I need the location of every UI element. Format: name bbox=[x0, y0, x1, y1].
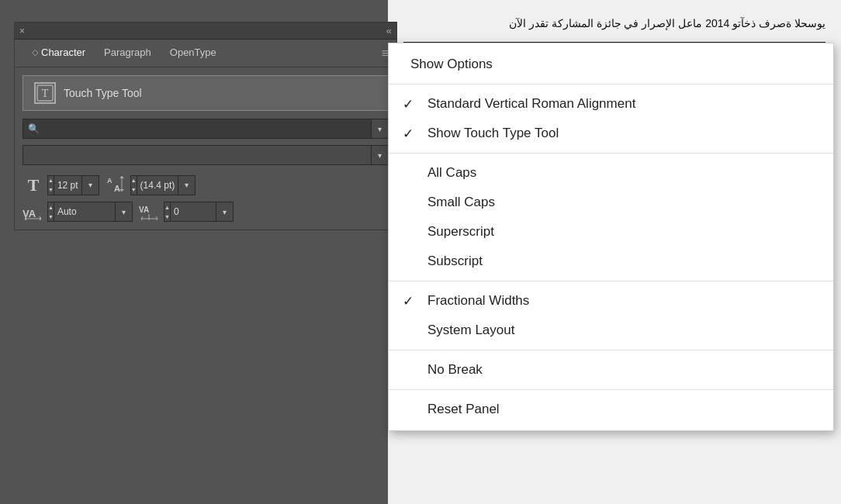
menu-item-no-break[interactable]: No Break bbox=[389, 355, 833, 385]
tracking-kerning-row: VA ▲ ▼ Auto ▾ bbox=[22, 202, 389, 222]
kerning-icon: VA bbox=[139, 202, 161, 222]
subscript-label: Subscript bbox=[427, 254, 483, 269]
touch-type-icon: T bbox=[34, 82, 56, 104]
font-size-down-arrow[interactable]: ▼ bbox=[48, 185, 54, 195]
kerning-group: VA ▲ ▼ 0 ▾ bbox=[139, 202, 234, 222]
tab-paragraph-label: Paragraph bbox=[104, 47, 151, 58]
title-bar-left: × bbox=[19, 26, 25, 36]
svg-text:A: A bbox=[107, 177, 112, 185]
leading-dropdown[interactable]: ▾ bbox=[178, 175, 196, 195]
font-size-dropdown[interactable]: ▾ bbox=[82, 175, 99, 195]
font-style-dropdown-button[interactable]: ▾ bbox=[372, 145, 389, 165]
leading-up-arrow[interactable]: ▲ bbox=[131, 176, 137, 185]
font-size-input[interactable]: 12 pt bbox=[54, 175, 82, 195]
menu-item-standard-vertical[interactable]: ✓ Standard Vertical Roman Alignment bbox=[389, 89, 833, 119]
leading-value: (14.4 pt) bbox=[140, 180, 175, 191]
menu-item-system-layout[interactable]: System Layout bbox=[389, 316, 833, 345]
search-icon: 🔍 bbox=[28, 123, 40, 134]
tabs-bar: ◇ Character Paragraph OpenType ≡ bbox=[15, 40, 396, 67]
font-style-row: ▾ bbox=[22, 145, 389, 165]
font-search-input[interactable] bbox=[43, 123, 366, 134]
menu-item-show-touch-type[interactable]: ✓ Show Touch Type Tool bbox=[389, 119, 833, 148]
tracking-dropdown[interactable]: ▾ bbox=[116, 202, 133, 222]
checkmark-show-touch-type: ✓ bbox=[403, 126, 414, 142]
menu-item-superscript[interactable]: Superscript bbox=[389, 217, 833, 247]
svg-text:VA: VA bbox=[22, 208, 36, 219]
font-size-arrows[interactable]: ▲ ▼ bbox=[47, 175, 54, 195]
standard-vertical-label: Standard Vertical Roman Alignment bbox=[427, 96, 635, 112]
title-bar: × « bbox=[15, 22, 396, 40]
checkmark-fractional-widths: ✓ bbox=[403, 293, 414, 309]
tracking-input[interactable]: Auto bbox=[54, 202, 116, 222]
leading-arrows[interactable]: ▲ ▼ bbox=[130, 175, 137, 195]
font-size-icon: T bbox=[22, 175, 44, 195]
size-leading-row: T ▲ ▼ 12 pt ▾ A A bbox=[22, 174, 389, 195]
tracking-group: VA ▲ ▼ Auto ▾ bbox=[22, 202, 133, 222]
leading-input[interactable]: (14.4 pt) bbox=[137, 175, 179, 195]
kerning-down-arrow[interactable]: ▼ bbox=[164, 212, 170, 221]
leading-icon: A A bbox=[106, 174, 127, 195]
menu-item-fractional-widths[interactable]: ✓ Fractional Widths bbox=[389, 286, 833, 316]
font-size-up-arrow[interactable]: ▲ bbox=[48, 176, 54, 185]
fractional-widths-label: Fractional Widths bbox=[427, 293, 529, 309]
panel-window: × « ◇ Character Paragraph OpenType ≡ bbox=[14, 22, 397, 230]
small-caps-label: Small Caps bbox=[427, 195, 495, 210]
tab-opentype[interactable]: OpenType bbox=[161, 43, 226, 64]
menu-item-subscript[interactable]: Subscript bbox=[389, 247, 833, 276]
menu-item-small-caps[interactable]: Small Caps bbox=[389, 188, 833, 217]
search-dropdown-button[interactable]: ▾ bbox=[372, 119, 389, 139]
touch-type-button[interactable]: T Touch Type Tool bbox=[22, 75, 389, 111]
tracking-down-arrow[interactable]: ▼ bbox=[48, 212, 54, 221]
kerning-dropdown[interactable]: ▾ bbox=[216, 202, 234, 222]
font-size-value: 12 pt bbox=[57, 180, 78, 191]
menu-separator-3 bbox=[389, 281, 833, 281]
superscript-label: Superscript bbox=[427, 224, 494, 240]
menu-separator-5 bbox=[389, 389, 833, 390]
leading-group: A A ▲ ▼ (14.4 pt) ▾ bbox=[106, 174, 196, 195]
close-button[interactable]: × bbox=[19, 26, 25, 36]
menu-separator-4 bbox=[389, 350, 833, 350]
leading-down-arrow[interactable]: ▼ bbox=[131, 185, 137, 195]
tab-paragraph[interactable]: Paragraph bbox=[95, 43, 161, 64]
panel: × « ◇ Character Paragraph OpenType ≡ bbox=[0, 0, 388, 504]
tracking-value: Auto bbox=[57, 206, 77, 217]
font-style-input[interactable] bbox=[22, 145, 372, 165]
font-size-group: T ▲ ▼ 12 pt ▾ bbox=[22, 175, 99, 195]
collapse-button[interactable]: « bbox=[386, 25, 392, 36]
system-layout-label: System Layout bbox=[427, 323, 514, 338]
touch-type-label: Touch Type Tool bbox=[64, 87, 142, 99]
menu-item-show-options[interactable]: Show Options bbox=[389, 50, 833, 79]
svg-text:A: A bbox=[114, 184, 120, 193]
reset-panel-label: Reset Panel bbox=[427, 402, 500, 417]
svg-text:T: T bbox=[42, 88, 49, 99]
tab-opentype-label: OpenType bbox=[170, 47, 216, 58]
search-row: 🔍 ▾ bbox=[22, 119, 389, 139]
checkmark-standard-vertical: ✓ bbox=[403, 96, 414, 112]
show-touch-type-label: Show Touch Type Tool bbox=[427, 126, 559, 141]
menu-separator-2 bbox=[389, 153, 833, 154]
dropdown-menu: Show Options ✓ Standard Vertical Roman A… bbox=[388, 43, 834, 431]
all-caps-label: All Caps bbox=[427, 165, 476, 181]
show-options-label: Show Options bbox=[410, 57, 493, 72]
tracking-up-arrow[interactable]: ▲ bbox=[48, 202, 54, 212]
tab-character-label: Character bbox=[41, 47, 85, 58]
tracking-arrows[interactable]: ▲ ▼ bbox=[47, 202, 54, 222]
menu-item-reset-panel[interactable]: Reset Panel bbox=[389, 395, 833, 424]
arabic-line-1: يوسحلا ةصرف ذخآتو 2014 ماعل الإصرار في ج… bbox=[403, 12, 825, 36]
kerning-input[interactable]: 0 bbox=[170, 202, 216, 222]
kerning-up-arrow[interactable]: ▲ bbox=[164, 202, 170, 212]
no-break-label: No Break bbox=[427, 362, 483, 378]
tracking-icon: VA bbox=[22, 202, 44, 222]
kerning-arrows[interactable]: ▲ ▼ bbox=[164, 202, 170, 222]
search-input-wrap: 🔍 bbox=[22, 119, 372, 139]
tab-character[interactable]: ◇ Character bbox=[22, 43, 95, 64]
kerning-value: 0 bbox=[174, 206, 179, 217]
panel-content: T Touch Type Tool 🔍 ▾ ▾ bbox=[15, 67, 396, 230]
menu-item-all-caps[interactable]: All Caps bbox=[389, 158, 833, 188]
menu-separator-1 bbox=[389, 84, 833, 85]
svg-text:VA: VA bbox=[139, 205, 149, 214]
